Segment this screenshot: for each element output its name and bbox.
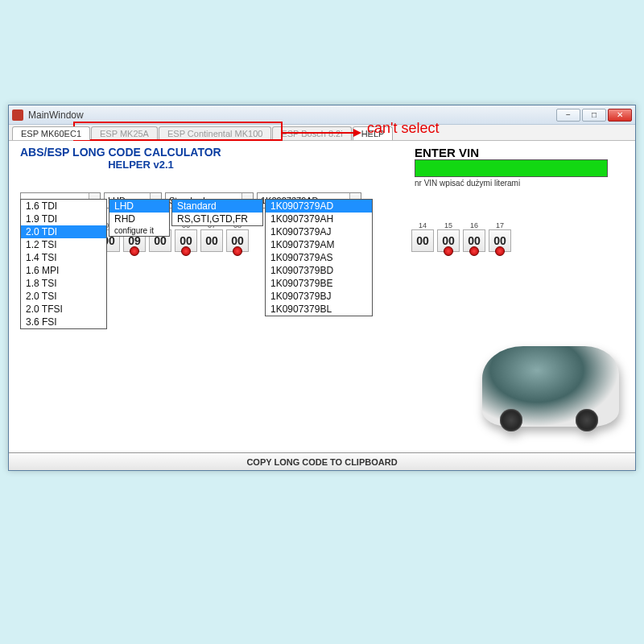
list-item[interactable]: 1K0907379BD bbox=[266, 264, 372, 277]
list-item[interactable]: 1K0907379AS bbox=[266, 251, 372, 264]
content-panel: ABS/ESP LONG CODE CALCULATOR HELPER v2.1… bbox=[9, 141, 635, 451]
list-item[interactable]: 3.6 FSI bbox=[21, 316, 106, 328]
list-item[interactable]: LHD bbox=[109, 200, 169, 213]
list-item[interactable]: 2.0 TDI bbox=[21, 225, 106, 238]
digit-cell[interactable]: 00 bbox=[200, 229, 223, 252]
digit-row-right: 00 00 00 00 bbox=[411, 229, 511, 252]
list-item[interactable]: 1.6 MPI bbox=[21, 264, 106, 277]
vin-input[interactable] bbox=[415, 159, 608, 177]
alert-badge bbox=[130, 246, 139, 256]
copy-long-code-button[interactable]: COPY LONG CODE TO CLIPBOARD bbox=[9, 452, 635, 470]
digit-cell[interactable]: 00 bbox=[411, 229, 434, 252]
vin-label: ENTER VIN bbox=[415, 146, 624, 159]
page-subtitle: HELPER v2.1 bbox=[20, 159, 262, 171]
tab-help[interactable]: HELP bbox=[353, 126, 394, 140]
alert-badge bbox=[181, 246, 191, 256]
drive-dropdown-list[interactable]: LHD RHD configure it bbox=[109, 199, 170, 237]
app-icon bbox=[12, 109, 23, 121]
trim-dropdown-list[interactable]: Standard RS,GTI,GTD,FR bbox=[171, 199, 263, 226]
list-item[interactable]: Standard bbox=[172, 200, 262, 213]
alert-badge bbox=[469, 246, 479, 256]
digit-cell[interactable]: 00 bbox=[437, 229, 460, 252]
alert-badge bbox=[495, 246, 505, 256]
main-window: MainWindow − □ ✕ ESP MK60EC1 ESP MK25A E… bbox=[8, 105, 636, 471]
digit-labels-right: 14 15 16 17 bbox=[411, 221, 511, 229]
list-item[interactable]: configure it bbox=[109, 225, 169, 236]
list-item[interactable]: 1K0907379AH bbox=[266, 213, 372, 225]
alert-badge bbox=[233, 246, 242, 256]
tab-esp-bosch: ESP Bosch 8.2i bbox=[272, 126, 351, 140]
digit-cell[interactable]: 00 bbox=[489, 229, 511, 252]
tab-esp-mk25a: ESP MK25A bbox=[91, 126, 158, 140]
list-item[interactable]: 2.0 TSI bbox=[21, 290, 106, 303]
engine-dropdown-list[interactable]: 1.6 TDI 1.9 TDI 2.0 TDI 1.2 TSI 1.4 TSI … bbox=[20, 199, 107, 329]
list-item[interactable]: RHD bbox=[109, 213, 169, 225]
titlebar: MainWindow − □ ✕ bbox=[9, 105, 635, 125]
alert-badge bbox=[444, 246, 453, 256]
tab-esp-continental: ESP Continental MK100 bbox=[159, 126, 271, 140]
list-item[interactable]: 1.2 TSI bbox=[21, 238, 106, 251]
list-item[interactable]: 1.6 TDI bbox=[21, 200, 106, 213]
tab-esp-mk60ec1[interactable]: ESP MK60EC1 bbox=[12, 126, 90, 140]
car-image bbox=[482, 346, 619, 427]
list-item[interactable]: 1K0907379AJ bbox=[266, 225, 372, 238]
list-item[interactable]: 1K0907379BJ bbox=[266, 290, 372, 303]
list-item[interactable]: 1.8 TSI bbox=[21, 277, 106, 290]
list-item[interactable]: 1K0907379AD bbox=[266, 200, 372, 213]
part-dropdown-list[interactable]: 1K0907379AD 1K0907379AH 1K0907379AJ 1K09… bbox=[265, 199, 373, 316]
close-button[interactable]: ✕ bbox=[608, 109, 632, 122]
list-item[interactable]: 1.4 TSI bbox=[21, 251, 106, 264]
minimize-button[interactable]: − bbox=[556, 109, 580, 122]
digit-cell[interactable]: 00 bbox=[175, 229, 197, 252]
vin-hint: nr VIN wpisać dużymi literami bbox=[415, 179, 624, 188]
tab-row: ESP MK60EC1 ESP MK25A ESP Continental MK… bbox=[9, 125, 635, 141]
list-item[interactable]: 1K0907379BL bbox=[266, 303, 372, 316]
digit-cell[interactable]: 00 bbox=[463, 229, 485, 252]
list-item[interactable]: 2.0 TFSI bbox=[21, 303, 106, 316]
window-controls: − □ ✕ bbox=[555, 109, 632, 122]
page-title: ABS/ESP LONG CODE CALCULATOR bbox=[20, 146, 262, 159]
list-item[interactable]: 1K0907379BE bbox=[266, 277, 372, 290]
window-title: MainWindow bbox=[27, 109, 555, 121]
maximize-button[interactable]: □ bbox=[582, 109, 606, 122]
list-item[interactable]: RS,GTI,GTD,FR bbox=[172, 213, 262, 225]
list-item[interactable]: 1.9 TDI bbox=[21, 213, 106, 225]
digit-cell[interactable]: 00 bbox=[226, 229, 249, 252]
list-item[interactable]: 1K0907379AM bbox=[266, 238, 372, 251]
